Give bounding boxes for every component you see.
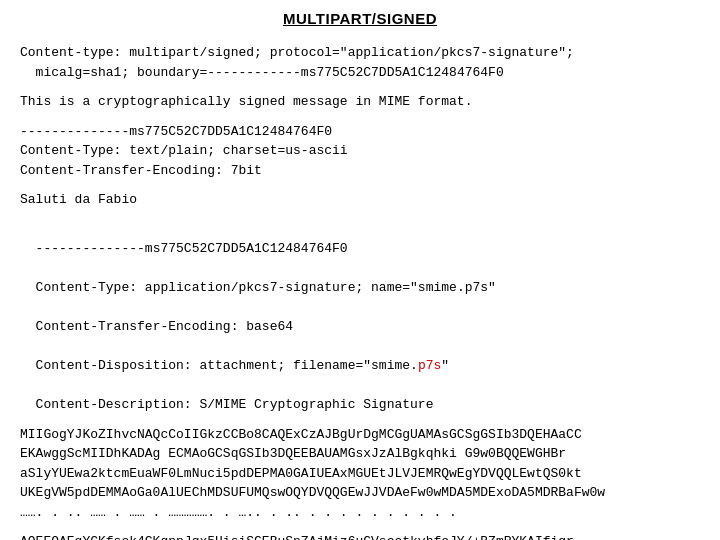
filename-highlight: p7s [418, 358, 441, 373]
aqee-data: AQEEQAEgYCKfsok4CKgnnJqx5HisiSGEBuSnZAjM… [20, 532, 700, 540]
saluti: Saluti da Fabio [20, 190, 700, 210]
page-title: MULTIPART/SIGNED [20, 10, 700, 27]
base64-data: MIIGogYJKoZIhvcNAQcCoIIGkzCCBo8CAQExCzAJ… [20, 425, 700, 523]
content-disposition-prefix: Content-Disposition: attachment; filenam… [36, 358, 418, 373]
content-transfer-encoding: Content-Transfer-Encoding: base64 [36, 319, 293, 334]
content-type-header: Content-type: multipart/signed; protocol… [20, 43, 700, 82]
mime-notice: This is a cryptographically signed messa… [20, 92, 700, 112]
content-description: Content-Description: S/MIME Cryptographi… [36, 397, 434, 412]
boundary-2-header: --------------ms775C52C7DD5A1C12484764F0 [36, 241, 348, 256]
boundary-2-section: --------------ms775C52C7DD5A1C12484764F0… [20, 220, 700, 415]
boundary-1: --------------ms775C52C7DD5A1C12484764F0… [20, 122, 700, 181]
content-type-pkcs: Content-Type: application/pkcs7-signatur… [36, 280, 496, 295]
content-disposition-suffix: " [441, 358, 449, 373]
